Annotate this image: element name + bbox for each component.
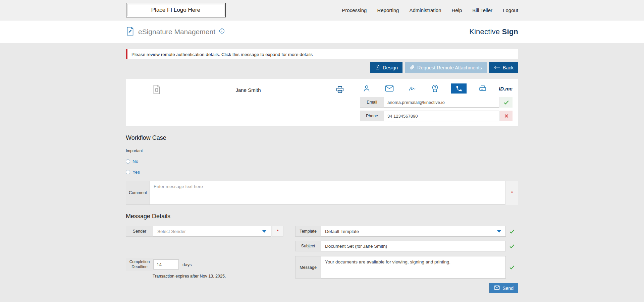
document-placeholder-icon[interactable] (152, 84, 161, 96)
sender-placeholder: Select Sender (157, 229, 186, 234)
brand-logo: Kinective Sign (469, 27, 518, 36)
check-icon (509, 264, 515, 270)
printer-icon[interactable] (335, 84, 344, 96)
email-input[interactable] (384, 97, 499, 108)
template-value: Default Template (325, 229, 359, 234)
back-button[interactable]: Back (489, 62, 518, 73)
brand-regular: Kinective (469, 27, 500, 36)
design-button[interactable]: Design (370, 62, 402, 73)
top-bar: Place FI Logo Here Processing Reporting … (0, 0, 644, 20)
email-auth-icon[interactable] (383, 83, 396, 94)
template-valid-indicator (506, 226, 518, 237)
template-row: Template Default Template (295, 226, 518, 237)
message-label: Message (295, 256, 321, 279)
esignature-doc-icon (126, 26, 135, 37)
info-icon[interactable] (219, 28, 225, 35)
nav-item-reporting[interactable]: Reporting (377, 7, 399, 13)
chevron-down-icon (497, 230, 501, 233)
signature-icon[interactable] (406, 83, 419, 94)
subject-valid-indicator (506, 241, 518, 251)
fi-logo-text: Place FI Logo Here (151, 7, 200, 13)
important-option-no[interactable]: No (126, 159, 138, 164)
nav-item-processing[interactable]: Processing (342, 7, 367, 13)
paperclip-icon (410, 65, 415, 71)
important-label: Important (126, 148, 518, 153)
email-valid-indicator (500, 97, 513, 108)
svg-text:?: ? (434, 86, 436, 89)
email-label: Email (360, 97, 384, 108)
subject-label: Subject (295, 241, 321, 251)
check-icon (509, 243, 515, 249)
email-row: Email (360, 97, 513, 108)
fax-icon[interactable] (476, 83, 489, 94)
page-header: eSignature Management Kinective Sign (0, 20, 644, 43)
comment-label: Comment (126, 181, 150, 205)
nav-item-logout[interactable]: Logout (503, 7, 518, 13)
subject-input[interactable] (321, 241, 506, 251)
nav-item-user[interactable]: Bill Teller (472, 7, 492, 13)
check-icon (509, 228, 515, 235)
send-button[interactable]: Send (489, 283, 518, 293)
phone-label: Phone (360, 111, 384, 121)
sender-select[interactable]: Select Sender (153, 226, 271, 237)
design-doc-icon (375, 64, 380, 71)
phone-input[interactable] (384, 111, 499, 121)
sender-label: Sender (126, 226, 153, 237)
phone-invalid-indicator (500, 111, 513, 121)
completion-deadline-input[interactable] (153, 259, 179, 269)
completion-deadline-label: Completion Deadline (126, 258, 153, 271)
auth-review-alert[interactable]: Please review remote authentication deta… (126, 49, 518, 59)
chevron-down-icon (262, 230, 267, 233)
important-option-yes[interactable]: Yes (126, 170, 140, 175)
phone-row: Phone (360, 111, 513, 121)
action-toolbar: Design Request Remote Attachments Back (126, 62, 518, 73)
radio-icon (126, 170, 130, 174)
main-nav: Processing Reporting Administration Help… (342, 7, 518, 13)
radio-icon (126, 159, 130, 164)
question-badge-icon[interactable]: ? (428, 83, 442, 94)
workflow-case-heading: Workflow Case (126, 134, 518, 141)
subject-row: Subject (295, 241, 518, 251)
nav-item-administration[interactable]: Administration (409, 7, 441, 13)
sender-row: Sender Select Sender * (126, 226, 283, 237)
comment-required-indicator: * (506, 181, 518, 205)
expiry-note: Transaction expires after Nov 13, 2025. (153, 274, 283, 279)
recipient-panel: Jane Smith (126, 79, 518, 126)
fi-logo-placeholder: Place FI Logo Here (126, 3, 226, 17)
template-select[interactable]: Default Template (321, 226, 506, 237)
sender-required-indicator: * (272, 226, 283, 237)
in-person-user-icon[interactable] (360, 83, 373, 94)
idme-logo[interactable]: ID.me (499, 83, 513, 94)
check-icon (503, 99, 509, 106)
alert-message: Please review remote authentication deta… (131, 52, 313, 57)
message-row: Message Your documents are available for… (295, 256, 518, 279)
brand-bold: Sign (502, 27, 518, 36)
page-title: eSignature Management (138, 28, 215, 36)
send-envelope-icon (494, 285, 500, 291)
template-label: Template (295, 226, 321, 237)
request-remote-attachments-button[interactable]: Request Remote Attachments (405, 62, 487, 73)
message-details-heading: Message Details (126, 213, 518, 220)
completion-deadline-row: Completion Deadline days (126, 258, 283, 271)
message-valid-indicator (506, 256, 518, 279)
message-textarea[interactable]: Your documents are available for viewing… (321, 256, 506, 279)
days-label: days (182, 262, 192, 267)
auth-method-strip: ? ID.me (360, 83, 513, 94)
comment-row: Comment * (126, 181, 518, 205)
x-icon (504, 113, 509, 119)
back-arrow-icon (494, 65, 500, 70)
phone-auth-icon[interactable] (451, 83, 467, 94)
comment-textarea[interactable] (150, 181, 505, 205)
nav-item-help[interactable]: Help (452, 7, 462, 13)
recipient-name: Jane Smith (161, 84, 335, 93)
